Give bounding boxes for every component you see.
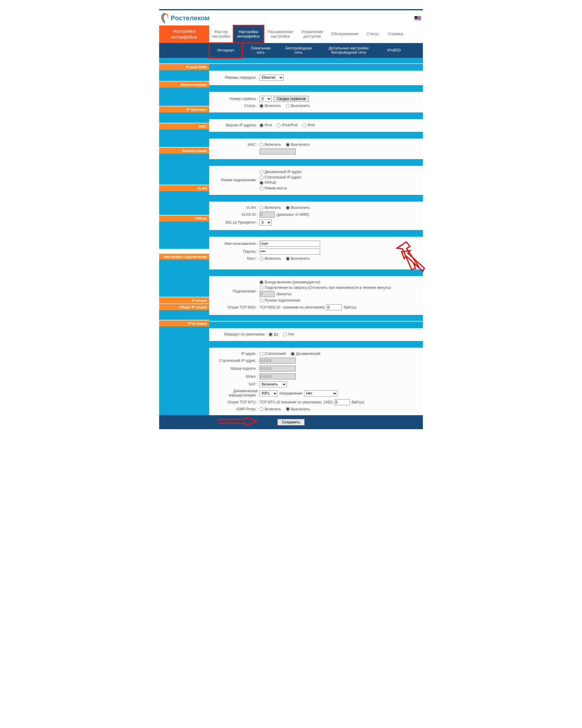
section-head-ip-options: IP опции [159,297,209,303]
section-head-vlan: VLAN [159,185,209,191]
defroute-yes-radio[interactable]: Да [269,332,278,336]
transfer-mode-select[interactable]: Ethernet [259,75,284,81]
tab-status[interactable]: Статус [362,25,383,43]
service-number-select[interactable]: 0 [259,96,272,102]
section-head-wan: Режим WAN [159,63,209,70]
subtab-wireless-detail[interactable]: Детальные настройкибеспроводной сети [318,43,379,58]
mac-disable-radio[interactable]: Выключить [286,142,310,147]
vlan-id-input [259,212,275,217]
connmode-pppoe-radio[interactable]: PPPoE [259,181,276,185]
tcp-mtu-input[interactable] [335,399,350,405]
content: Режим WAN Мульти-сервис IP протокол MAC … [159,58,423,415]
priority-select[interactable]: 0 [259,219,272,226]
footer-bar: Сохранить [159,415,423,429]
section-head-mac: MAC [159,123,209,129]
status-disable-radio[interactable]: Выключить [286,104,310,108]
label-subnet: Маска подсети : [212,366,258,371]
label-priority: 802.1p Приоритет : [212,220,258,225]
language-flag-icon[interactable] [414,16,421,20]
label-status: Статус : [212,104,258,108]
tab-interface-setup[interactable]: Настройкаинтерфейса [233,25,264,43]
ipaddr-dynamic-radio[interactable]: Динамический [291,352,321,356]
bridge-enable-radio[interactable]: Включить [259,256,281,261]
subnet-input [259,365,296,371]
tab-access-management[interactable]: Управлениедоступом [297,25,327,43]
label-vlan-id: VLAN ID : [212,212,258,217]
header-bar: Ростелеком [159,10,423,25]
mac-input [259,149,296,155]
idle-minutes-input [259,291,275,297]
username-input[interactable] [259,241,320,247]
ipaddr-static-radio[interactable]: Статический [259,352,286,356]
section-head-connection-settings: Настройки подключения [159,253,209,260]
logo-text: Ростелеком [171,14,210,22]
label-nat: NAT : [212,382,258,386]
service-summary-button[interactable]: Сводка сервисов [273,96,309,102]
section-head-ipv4-options: IPv4 опции [159,320,209,327]
label-tcp-mtu-options: Опции TCP MTU : [212,400,258,404]
label-dynamic-routing: Динамическаямаршрутизация : [212,389,258,397]
label-gateway: Шлюз : [212,374,258,379]
logo: Ростелеком [161,13,210,24]
conn-always-on-radio[interactable]: Всегда включен (рекомендуется) [259,280,321,284]
main-nav: Настройка интерфейса Мастернастройки Нас… [159,25,423,43]
tcp-mtu-text: TCP MTU (0 значение по умолчанию: 1492) [259,400,333,404]
vlan-range-text: (диапазон: 0~4095) [276,212,309,217]
igmp-enable-radio[interactable]: Включить [259,407,281,411]
section-head-encapsulation: Инкапсуляция [159,147,209,154]
annotation-arrow-icon [218,417,258,426]
ipver-ipv4ipv6-radio[interactable]: IPv4/IPv6 [277,123,297,127]
label-conn-mode: Режим подключения : [212,178,258,182]
bytes-suffix-2: байт(ы) [352,400,364,404]
subtab-ipv6rd[interactable]: IPv6RD [379,43,409,58]
gateway-input [259,373,296,380]
direction-select[interactable]: Нет [304,390,337,396]
sub-nav: Интернет Локальнаясеть Беспроводнаясеть … [159,43,423,58]
label-password: Пароль : [212,250,258,254]
main-form: Режимы передачи : Ethernet Номер сервиса… [209,58,423,415]
section-head-ip-protocol: IP протокол [159,106,209,112]
label-bridge: Мост : [212,256,258,261]
defroute-no-radio[interactable]: Нет [283,332,294,336]
label-igmp-proxy: IGMP Proxy : [212,407,258,411]
ipver-ipv4-radio[interactable]: IPv4 [259,123,272,127]
section-head-common-ip-options: Общие IP опции [159,303,209,310]
conn-on-demand-radio[interactable]: Подключение по запросу (Отключить при не… [259,286,391,290]
tab-setup-wizard[interactable]: Мастернастройки [209,25,233,43]
label-static-ip: Статический IP адрес : [212,359,258,363]
label-vlan: VLAN : [212,206,258,210]
status-enable-radio[interactable]: Включить [259,104,281,108]
conn-manual-radio[interactable]: Ручное подключение [259,298,300,303]
nat-select[interactable]: Включить [259,381,287,387]
bridge-disable-radio[interactable]: Выключить [286,256,310,261]
label-direction: Направление [279,391,302,395]
tab-maintenance[interactable]: Обслуживание [327,25,362,43]
page-title: Настройка интерфейса [159,25,209,43]
bytes-suffix: байт(ы) [344,305,356,309]
connmode-statip-radio[interactable]: Статический IP адрес [259,175,301,179]
subtab-internet[interactable]: Интернет [209,43,243,58]
label-default-route: Маршрут по умолчанию : [212,332,267,336]
tcp-mss-text: TCP MSS (0 - значение по умолчанию) [259,305,325,309]
tcp-mss-input[interactable] [327,304,342,310]
password-input[interactable] [259,249,320,255]
label-mac: MAC : [212,142,258,147]
static-ip-input [259,358,296,364]
ipver-ipv6-radio[interactable]: IPv6 [302,123,314,127]
connmode-bridge-radio[interactable]: Режим моста [259,186,287,190]
vlan-disable-radio[interactable]: Выключить [286,206,310,210]
rostelecom-ear-icon [161,13,169,24]
label-tcp-mss-options: Опции TCP MSS : [212,305,258,309]
tab-help[interactable]: Справка [383,25,408,43]
subtab-wireless[interactable]: Беспроводнаясеть [279,43,318,58]
vlan-enable-radio[interactable]: Включить [259,206,281,210]
igmp-disable-radio[interactable]: Выключить [286,407,310,411]
label-service-number: Номер сервиса : [212,97,258,101]
tab-advanced-setup[interactable]: Расширеннаянастройка [264,25,297,43]
rip-select[interactable]: RIP1 [259,390,278,396]
mac-enable-radio[interactable]: Включить [259,142,281,147]
connmode-dynip-radio[interactable]: Динамичный IP адрес [259,170,302,174]
label-transfer-modes: Режимы передачи : [212,75,258,80]
subtab-lan[interactable]: Локальнаясеть [243,43,279,58]
save-button[interactable]: Сохранить [277,419,305,425]
